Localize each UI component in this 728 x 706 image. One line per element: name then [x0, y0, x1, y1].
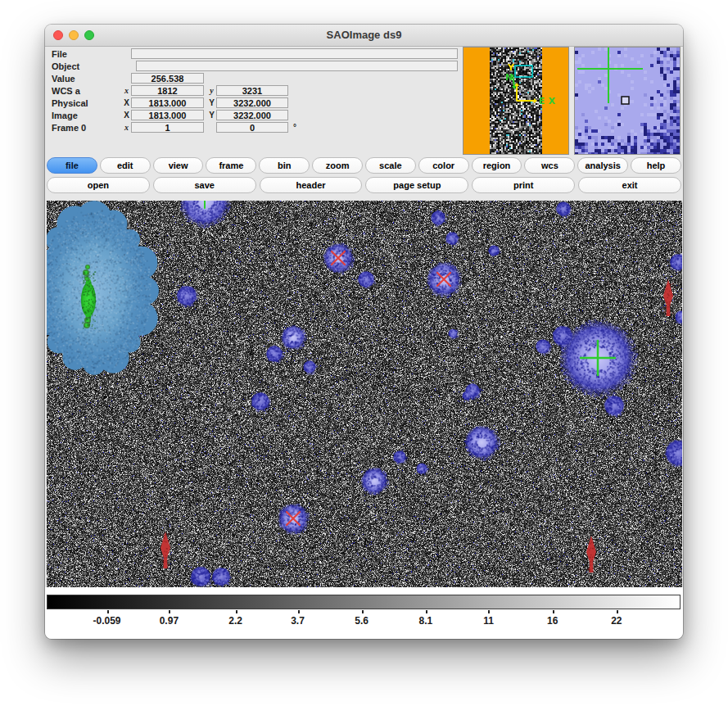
- command-bar: opensaveheaderpage setupprintexit: [47, 177, 681, 193]
- frame-rotate-field: 0: [216, 122, 288, 133]
- command-header[interactable]: header: [260, 177, 363, 193]
- command-exit[interactable]: exit: [578, 177, 681, 193]
- menu-bin[interactable]: bin: [259, 157, 310, 174]
- menu-analysis[interactable]: analysis: [577, 157, 628, 174]
- info-row-file: File: [47, 48, 505, 60]
- wcs-x-sublabel: x: [122, 86, 131, 95]
- colorbar-tick-label: 22: [611, 615, 622, 627]
- physical-label: Physical: [47, 98, 122, 108]
- wcs-x-field: 1812: [131, 85, 204, 96]
- colorbar-tick: [488, 610, 490, 613]
- menu-help[interactable]: help: [631, 157, 681, 174]
- colorbar-tick-label: 0.97: [160, 615, 179, 627]
- value-field: 256.538: [131, 73, 204, 84]
- menu-view[interactable]: view: [153, 157, 204, 174]
- object-label: Object: [47, 61, 122, 71]
- info-row-physical: Physical X 1813.000 Y 3232.000: [47, 97, 505, 109]
- colorbar-tick: [298, 610, 300, 613]
- colorbar-tick: [426, 610, 427, 613]
- image-y-field: 3232.000: [216, 110, 288, 120]
- colorbar-tick-label: 16: [547, 615, 558, 627]
- main-image[interactable]: [47, 201, 682, 587]
- object-field: [136, 61, 458, 71]
- image-y-sublabel: Y: [207, 111, 216, 120]
- colorbar-tick-label: 5.6: [355, 615, 369, 627]
- physical-x-field: 1813.000: [131, 97, 204, 108]
- colorbar-tick: [362, 610, 364, 613]
- command-page-setup[interactable]: page setup: [365, 177, 468, 193]
- file-label: File: [47, 49, 122, 59]
- file-field: [131, 48, 458, 59]
- command-print[interactable]: print: [472, 177, 575, 193]
- wcs-label: WCS a: [47, 86, 122, 96]
- image-label: Image: [47, 111, 122, 120]
- physical-y-sublabel: Y: [207, 98, 216, 107]
- colorbar-tick-label: 8.1: [419, 615, 433, 627]
- menu-wcs[interactable]: wcs: [524, 157, 575, 174]
- value-label: Value: [47, 74, 122, 84]
- colorbar-tick-label: 2.2: [228, 615, 242, 627]
- wcs-y-field: 3231: [216, 85, 288, 96]
- menu-edit[interactable]: edit: [100, 157, 151, 174]
- image-x-sublabel: X: [122, 111, 131, 120]
- titlebar[interactable]: SAOImage ds9: [45, 25, 683, 47]
- colorbar-tick: [236, 610, 237, 613]
- colorbar-tick-label: 11: [483, 615, 494, 627]
- info-row-wcs: WCS a x 1812 y 3231: [47, 84, 505, 97]
- menu-region[interactable]: region: [472, 157, 522, 174]
- menu-frame[interactable]: frame: [206, 157, 256, 174]
- frame-label: Frame 0: [47, 123, 122, 133]
- frame-zoom-field: 1: [131, 122, 204, 133]
- colorbar[interactable]: [47, 595, 681, 609]
- image-x-field: 1813.000: [131, 110, 204, 120]
- menu-file[interactable]: file: [47, 157, 97, 174]
- info-row-frame: Frame 0 x 1 0 °: [47, 121, 505, 134]
- wcs-y-sublabel: y: [207, 86, 216, 95]
- colorbar-tick: [553, 610, 554, 613]
- colorbar-tick: [169, 610, 170, 613]
- info-row-value: Value 256.538: [47, 72, 505, 84]
- colorbar-tick-label: 3.7: [291, 615, 305, 627]
- menu-zoom[interactable]: zoom: [312, 157, 363, 174]
- menu-bar: fileeditviewframebinzoomscalecolorregion…: [47, 157, 681, 174]
- colorbar-tick-label: -0.059: [93, 615, 121, 627]
- colorbar-area: -0.0590.972.23.75.68.1111622: [45, 587, 683, 639]
- ds9-window: SAOImage ds9 File Object Value 256.538 W…: [45, 25, 683, 639]
- frame-x-sublabel: x: [122, 123, 131, 132]
- window-title: SAOImage ds9: [45, 25, 683, 46]
- command-save[interactable]: save: [153, 177, 256, 193]
- physical-x-sublabel: X: [122, 98, 131, 107]
- info-row-image: Image X 1813.000 Y 3232.000: [47, 109, 505, 121]
- command-open[interactable]: open: [47, 177, 150, 193]
- info-panel: File Object Value 256.538 WCS a x 1812 y: [47, 48, 505, 134]
- degree-symbol: °: [293, 123, 296, 132]
- colorbar-tick: [617, 610, 618, 613]
- menu-scale[interactable]: scale: [365, 157, 416, 174]
- panner[interactable]: [463, 47, 569, 155]
- info-row-object: Object: [47, 60, 505, 72]
- desktop: SAOImage ds9 File Object Value 256.538 W…: [0, 0, 728, 706]
- menu-color[interactable]: color: [418, 157, 469, 174]
- magnifier[interactable]: [574, 47, 681, 155]
- physical-y-field: 3232.000: [216, 97, 288, 108]
- colorbar-tick: [107, 610, 109, 613]
